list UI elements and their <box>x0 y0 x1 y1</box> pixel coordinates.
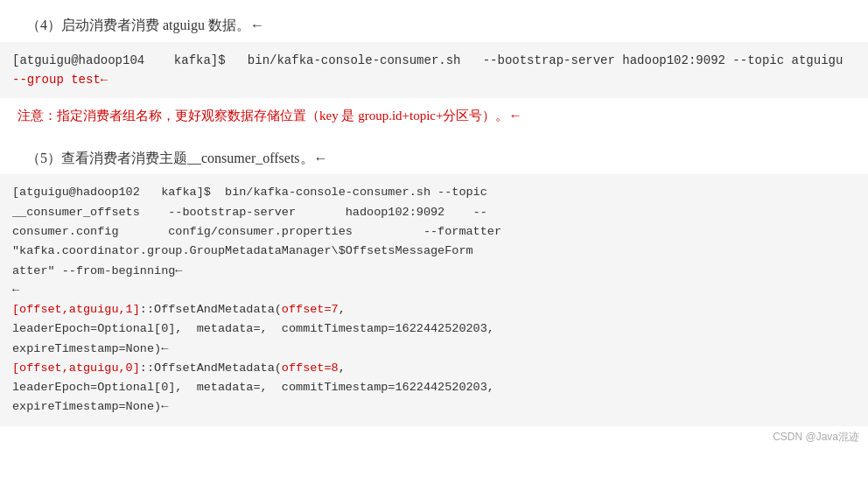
code1-text: [atguigu@hadoop104 kafka]$ bin/kafka-con… <box>12 53 850 67</box>
output2-line2: leaderEpoch=Optional[0], metadata=, comm… <box>12 381 494 394</box>
code-l1: [atguigu@hadoop102 kafka]$ bin/kafka-con… <box>12 186 487 199</box>
code-l5: atter" --from-beginning← <box>12 264 182 277</box>
output1-red2: offset=7 <box>282 303 339 316</box>
section5-code: [atguigu@hadoop102 kafka]$ bin/kafka-con… <box>0 174 868 425</box>
output1-line3: expireTimestamp=None)← <box>12 342 168 355</box>
output2-red2: offset=8 <box>282 361 339 375</box>
code-l2: __consumer_offsets --bootstrap-server ha… <box>12 206 487 219</box>
watermark: CSDN @Java混迹 <box>0 426 868 448</box>
section4-title: （4）启动消费者消费 atguigu 数据。← <box>0 9 868 42</box>
section5-title: （5）查看消费者消费主题__consumer_offsets。← <box>0 142 868 175</box>
gap1 <box>0 135 868 142</box>
code-l6: ← <box>12 284 19 297</box>
output1-red: [offset,atguigu,1] <box>12 303 140 316</box>
output1-line2: leaderEpoch=Optional[0], metadata=, comm… <box>12 322 494 335</box>
output1-black2: , <box>339 303 346 316</box>
note-line: 注意：指定消费者组名称，更好观察数据存储位置（key 是 group.id+to… <box>0 98 868 135</box>
output2-line3: expireTimestamp=None)← <box>12 400 168 413</box>
page-container: （4）启动消费者消费 atguigu 数据。← [atguigu@hadoop1… <box>0 0 868 491</box>
output2-black2: , <box>339 361 346 375</box>
output2-red: [offset,atguigu,0] <box>12 361 140 375</box>
output1-black: ::OffsetAndMetadata( <box>140 303 282 316</box>
code-l4: "kafka.coordinator.group.GroupMetadataMa… <box>12 244 473 257</box>
section4-code: [atguigu@hadoop104 kafka]$ bin/kafka-con… <box>0 42 868 99</box>
output2-black: ::OffsetAndMetadata( <box>140 361 282 375</box>
consumer-config: consumer.config config/consumer.properti… <box>12 225 501 238</box>
code1-red: --group test← <box>12 73 108 87</box>
